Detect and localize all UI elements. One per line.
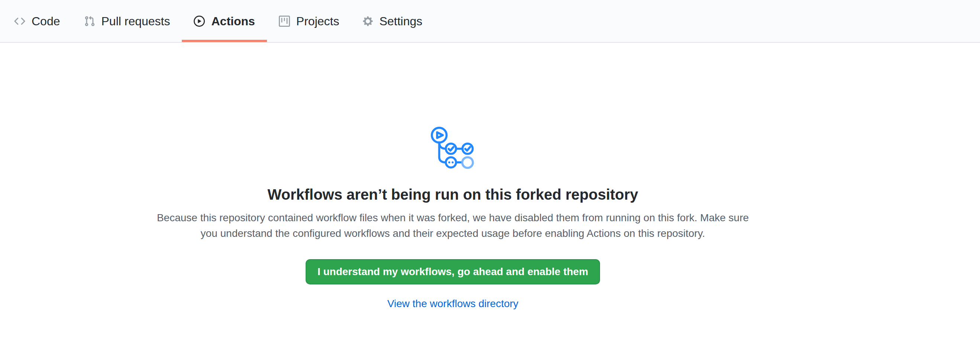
code-icon [14, 16, 25, 27]
tab-actions[interactable]: Actions [182, 0, 267, 42]
blankslate-description: Because this repository contained workfl… [150, 210, 756, 241]
tab-label: Settings [379, 15, 422, 27]
tab-settings[interactable]: Settings [351, 0, 434, 42]
tab-label: Code [32, 15, 60, 27]
blankslate-title: Workflows aren’t being run on this forke… [0, 185, 906, 204]
workflows-link-row: View the workflows directory [0, 298, 906, 310]
enable-button-row: I understand my workflows, go ahead and … [0, 241, 906, 284]
play-icon [194, 16, 205, 27]
tab-label: Actions [211, 15, 255, 27]
tab-pull-requests[interactable]: Pull requests [72, 0, 182, 42]
git-pull-request-icon [84, 16, 95, 27]
repo-nav: Code Pull requests Actions Projects [0, 0, 980, 43]
workflow-graph-icon [431, 126, 475, 169]
tab-label: Pull requests [102, 15, 170, 27]
gear-icon [363, 16, 373, 27]
project-icon [279, 16, 290, 27]
view-workflows-directory-link[interactable]: View the workflows directory [387, 298, 519, 309]
enable-workflows-button[interactable]: I understand my workflows, go ahead and … [305, 259, 600, 284]
actions-disabled-blankslate: Workflows aren’t being run on this forke… [0, 43, 906, 310]
tab-code[interactable]: Code [2, 0, 72, 42]
tab-projects[interactable]: Projects [267, 0, 351, 42]
tab-label: Projects [296, 15, 339, 27]
